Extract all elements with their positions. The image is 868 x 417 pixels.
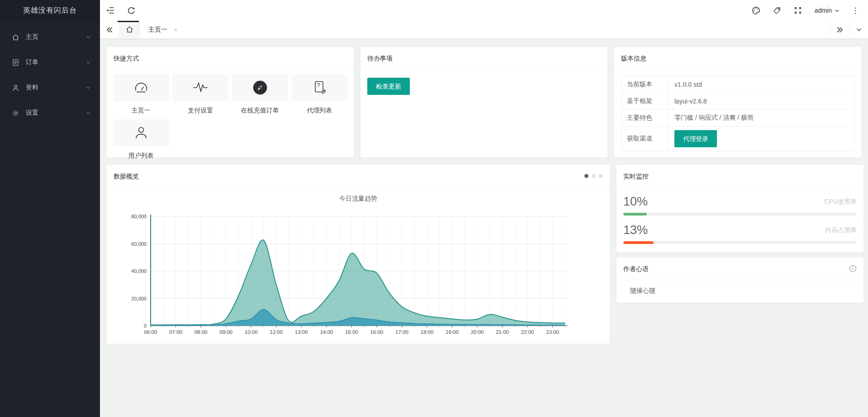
house-icon [125,25,134,34]
version-info-card: 版本信息 当前版本 v1.0.0 std 基于框架 layui-v2.6.8 主… [614,47,861,158]
realtime-monitor-card: 实时监控 10% CPU使用率 13% 内存 [617,165,863,253]
tabs-menu-button[interactable] [849,21,868,38]
card-title: 待办事项 [367,47,601,70]
svg-text:14:00: 14:00 [320,329,333,335]
refresh-button[interactable] [121,0,142,21]
svg-text:22:00: 22:00 [521,329,534,335]
sidebar-item-label: 资料 [26,84,85,92]
tabbar-spacer [186,21,830,38]
shrink-menu-icon [105,5,115,15]
svg-text:17:00: 17:00 [395,329,408,335]
chevron-down-icon [85,85,91,90]
check-update-button[interactable]: 检查更新 [367,78,410,95]
svg-text:09:00: 09:00 [219,329,232,335]
chart-title: 今日流量趋势 [107,195,610,203]
tab-home[interactable] [119,21,140,38]
user-menu[interactable]: admin [808,7,846,14]
svg-text:20,000: 20,000 [131,296,147,301]
carousel-dot[interactable] [592,174,596,178]
progress-fill [623,241,654,244]
fullscreen-button[interactable] [787,0,808,21]
chevron-down-icon [85,110,91,116]
progress-track [623,213,857,216]
chevron-down-icon [85,34,91,40]
carousel-dots [584,174,603,178]
cpu-metric: 10% CPU使用率 [623,195,857,216]
collapse-sidebar-button[interactable] [100,0,121,21]
svg-text:12:00: 12:00 [270,329,283,335]
sidebar-item-orders[interactable]: 订单 [0,50,100,75]
info-icon[interactable] [849,265,857,272]
app-title: 英雄没有闪后台 [0,0,100,21]
sidebar-item-profile[interactable]: 资料 [0,75,100,100]
card-title: 实时监控 [623,165,857,187]
memory-metric: 13% 内存占用率 [623,223,857,244]
carousel-dot[interactable] [584,174,588,178]
data-overview-card: 数据概览 今日流量趋势 020,00040,00060,00080,00006:… [107,165,610,344]
pulse-icon [192,80,209,96]
chevron-down-icon [855,26,863,33]
svg-text:13:00: 13:00 [295,329,308,335]
tab-bar: 主页一 × [100,21,868,39]
svg-text:10:00: 10:00 [245,329,258,335]
active-nav-indicator [118,21,139,22]
sidebar-menu: 主页 订单 资料 设置 [0,21,100,126]
metric-value: 13% [623,223,648,237]
palette-icon [751,6,761,15]
table-row: 基于框架 layui-v2.6.8 [621,93,854,109]
row-label: 基于框架 [621,93,668,109]
person-icon [12,84,19,92]
quick-link-agent-list[interactable]: ? 代理列表 [292,74,348,115]
chevron-down-icon [832,8,840,14]
quick-link-home[interactable]: 主页一 [113,74,169,115]
main-content: 快捷方式 主页一 支付设置 [100,39,868,417]
tab-item[interactable]: 主页一 × [140,21,186,38]
svg-text:60,000: 60,000 [131,241,147,247]
tabs-scroll-right-button[interactable] [830,21,849,38]
svg-text:23:00: 23:00 [546,329,559,335]
svg-text:20:00: 20:00 [471,329,484,335]
refresh-icon [127,6,136,15]
quick-link-label: 代理列表 [292,107,348,115]
sidebar: 英雄没有闪后台 主页 订单 资料 [0,0,100,417]
metric-label: CPU使用率 [824,198,857,206]
tab-label: 主页一 [148,26,167,34]
card-title: 版本信息 [621,47,854,70]
quick-link-recharge-orders[interactable]: 在线充值订单 [232,74,288,115]
row-label: 当前版本 [621,76,668,93]
todo-card: 待办事项 检查更新 [360,47,607,158]
version-table: 当前版本 v1.0.0 std 基于框架 layui-v2.6.8 主要特色 零… [621,76,854,151]
quick-link-label: 用户列表 [113,152,169,160]
quick-link-user-list[interactable]: 用户列表 [113,119,169,160]
top-header: admin ⋮ [100,0,868,21]
table-row: 主要特色 零门槛 / 响应式 / 清爽 / 极简 [621,109,854,126]
user-icon [133,125,149,141]
carousel-dot[interactable] [599,174,603,178]
agent-login-button[interactable]: 代理登录 [674,130,717,147]
sidebar-item-home[interactable]: 主页 [0,24,100,50]
svg-text:0: 0 [144,323,147,328]
svg-text:15:00: 15:00 [345,329,358,335]
card-title: 数据概览 [114,165,584,187]
author-words-card: 作者心语 随缘心随 [617,258,863,303]
sidebar-item-label: 主页 [26,33,85,41]
home-icon [12,33,19,41]
more-menu-button[interactable]: ⋮ [846,6,864,15]
chevron-down-icon [85,60,91,65]
metric-value: 10% [623,195,648,209]
username: admin [815,7,832,14]
svg-text:18:00: 18:00 [421,329,434,335]
traffic-area-chart: 020,00040,00060,00080,00006:0007:0008:00… [114,205,603,343]
card-title: 快捷方式 [114,47,347,70]
quick-links-card: 快捷方式 主页一 支付设置 [107,47,354,158]
sidebar-item-settings[interactable]: 设置 [0,100,100,126]
tabs-scroll-left-button[interactable] [100,21,119,38]
quick-link-label: 主页一 [113,107,169,115]
theme-button[interactable] [746,0,767,21]
quick-link-payment-settings[interactable]: 支付设置 [173,74,229,115]
tag-button[interactable] [767,0,787,21]
tag-icon [773,6,781,15]
close-icon[interactable]: × [174,26,178,33]
row-value: v1.0.0 std [668,77,708,92]
double-chevron-right-icon [836,26,844,34]
